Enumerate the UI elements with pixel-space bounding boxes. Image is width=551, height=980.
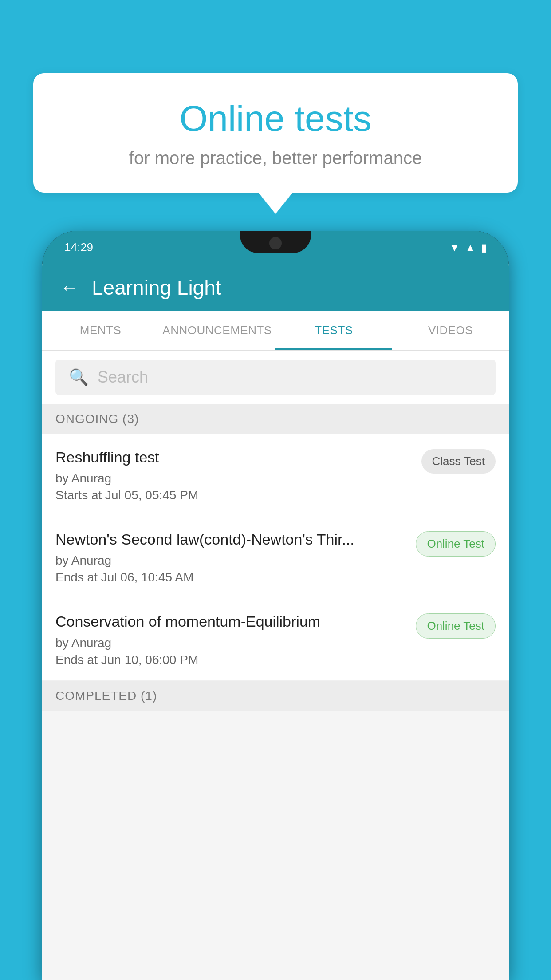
search-icon: 🔍 xyxy=(69,368,89,387)
test-item-2[interactable]: Newton's Second law(contd)-Newton's Thir… xyxy=(42,516,509,598)
test-item-3[interactable]: Conservation of momentum-Equilibrium by … xyxy=(42,598,509,680)
test-info-3: Conservation of momentum-Equilibrium by … xyxy=(55,612,407,667)
bubble-subtitle: for more practice, better performance xyxy=(60,148,491,168)
test-title-3: Conservation of momentum-Equilibrium xyxy=(55,612,407,631)
ongoing-section-header: ONGOING (3) xyxy=(42,404,509,434)
search-input[interactable]: Search xyxy=(98,368,148,387)
test-author-1: by Anurag xyxy=(55,471,413,486)
bubble-title: Online tests xyxy=(60,98,491,139)
test-badge-3: Online Test xyxy=(416,613,496,639)
test-title-2: Newton's Second law(contd)-Newton's Thir… xyxy=(55,530,407,549)
tab-announcements[interactable]: ANNOUNCEMENTS xyxy=(159,311,276,350)
tabs-bar: MENTS ANNOUNCEMENTS TESTS VIDEOS xyxy=(42,311,509,351)
test-author-3: by Anurag xyxy=(55,636,407,650)
app-header: ← Learning Light xyxy=(42,264,509,311)
test-date-3: Ends at Jun 10, 06:00 PM xyxy=(55,653,407,667)
test-date-1: Starts at Jul 05, 05:45 PM xyxy=(55,488,413,502)
signal-icon: ▲ xyxy=(465,241,476,254)
search-container: 🔍 Search xyxy=(42,351,509,404)
app-title: Learning Light xyxy=(92,276,221,300)
test-title-1: Reshuffling test xyxy=(55,447,413,467)
test-date-2: Ends at Jul 06, 10:45 AM xyxy=(55,570,407,585)
completed-section-header: COMPLETED (1) xyxy=(42,681,509,711)
tab-videos[interactable]: VIDEOS xyxy=(392,311,509,350)
status-bar: 14:29 ▼ ▲ ▮ xyxy=(42,231,509,264)
wifi-icon: ▼ xyxy=(449,241,460,254)
test-author-2: by Anurag xyxy=(55,553,407,568)
phone-frame: 14:29 ▼ ▲ ▮ ← Learning Light MENTS ANNOU… xyxy=(42,231,509,980)
test-badge-1: Class Test xyxy=(421,449,496,474)
speech-bubble: Online tests for more practice, better p… xyxy=(33,73,518,193)
ongoing-label: ONGOING (3) xyxy=(55,412,139,426)
back-button[interactable]: ← xyxy=(60,277,79,298)
test-info-2: Newton's Second law(contd)-Newton's Thir… xyxy=(55,530,407,585)
completed-label: COMPLETED (1) xyxy=(55,689,157,703)
tab-ments[interactable]: MENTS xyxy=(42,311,159,350)
battery-icon: ▮ xyxy=(481,241,487,254)
test-badge-2: Online Test xyxy=(416,531,496,557)
test-list: Reshuffling test by Anurag Starts at Jul… xyxy=(42,434,509,681)
status-time: 14:29 xyxy=(64,241,93,254)
search-box[interactable]: 🔍 Search xyxy=(55,360,496,395)
tab-tests[interactable]: TESTS xyxy=(276,311,392,350)
test-item-1[interactable]: Reshuffling test by Anurag Starts at Jul… xyxy=(42,434,509,516)
test-info-1: Reshuffling test by Anurag Starts at Jul… xyxy=(55,447,413,502)
status-icons: ▼ ▲ ▮ xyxy=(449,241,487,254)
app-screen: ← Learning Light MENTS ANNOUNCEMENTS TES… xyxy=(42,264,509,980)
